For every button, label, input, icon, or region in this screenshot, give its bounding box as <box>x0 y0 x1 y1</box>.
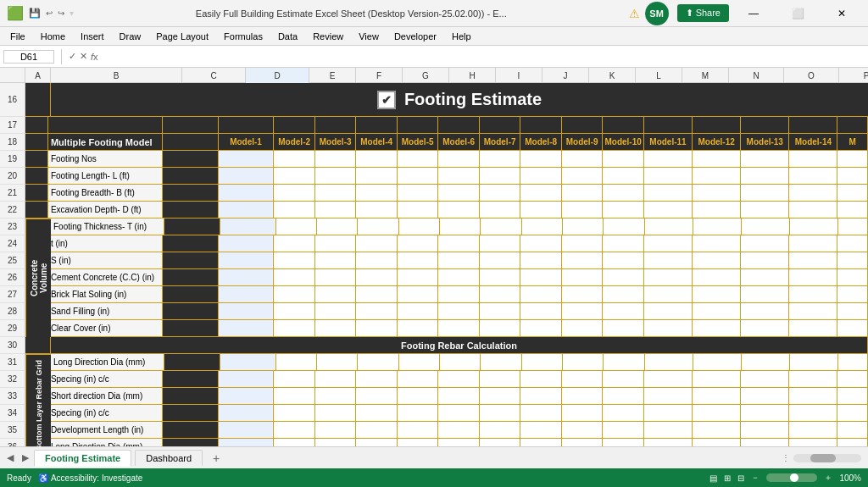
cell-e18[interactable]: Model-2 <box>274 134 315 151</box>
cell-k32[interactable] <box>520 371 562 388</box>
cell-m22[interactable] <box>603 202 644 219</box>
cell-m34[interactable] <box>603 405 644 422</box>
cell-i20[interactable] <box>438 168 480 185</box>
cell-b19[interactable]: Footing Nos <box>48 151 163 168</box>
cell-r22[interactable] <box>837 202 868 219</box>
view-layout-icon[interactable]: ⊞ <box>724 473 731 483</box>
cell-i26[interactable] <box>438 269 480 286</box>
tab-data[interactable]: Data <box>271 30 304 43</box>
cell-o29[interactable] <box>693 320 741 337</box>
cell-d25[interactable] <box>219 252 275 269</box>
cell-g23[interactable] <box>358 219 398 235</box>
cell-g22[interactable] <box>356 202 398 219</box>
cell-p27[interactable] <box>741 286 789 303</box>
cell-e19[interactable] <box>274 151 315 168</box>
cell-m28[interactable] <box>603 303 644 320</box>
cell-k33[interactable] <box>520 388 562 405</box>
cell-f20[interactable] <box>315 168 357 185</box>
cell-o28[interactable] <box>693 303 741 320</box>
cell-j26[interactable] <box>480 269 521 286</box>
cell-q35[interactable] <box>789 422 837 439</box>
cell-d23[interactable] <box>220 219 276 235</box>
cell-l26[interactable] <box>562 269 604 286</box>
cell-h35[interactable] <box>398 422 439 439</box>
cell-h29[interactable] <box>398 320 439 337</box>
cell-i28[interactable] <box>438 303 480 320</box>
tab-developer[interactable]: Developer <box>387 30 443 43</box>
cell-j28[interactable] <box>480 303 521 320</box>
cell-q19[interactable] <box>789 151 837 168</box>
cell-r26[interactable] <box>837 269 868 286</box>
cell-g18[interactable]: Model-4 <box>356 134 398 151</box>
cancel-icon[interactable]: ✕ <box>80 51 87 62</box>
cell-r29[interactable] <box>837 320 868 337</box>
cell-n36[interactable] <box>644 439 693 446</box>
cell-k26[interactable] <box>520 269 562 286</box>
cell-l19[interactable] <box>562 151 604 168</box>
cell-p32[interactable] <box>741 371 789 388</box>
cell-n35[interactable] <box>644 422 693 439</box>
tab-review[interactable]: Review <box>306 30 350 43</box>
cell-q36[interactable] <box>789 439 837 446</box>
cell-e25[interactable] <box>274 252 315 269</box>
cell-i29[interactable] <box>438 320 480 337</box>
cell-b21[interactable]: Footing Breadth- B (ft) <box>48 185 163 202</box>
cell-c19[interactable] <box>163 151 219 168</box>
cell-b27[interactable]: Brick Flat Soling (in) <box>48 286 163 303</box>
cell-o20[interactable] <box>693 168 741 185</box>
cell-b36[interactable]: Long Direction Dia (mm) <box>48 439 163 446</box>
cell-b29[interactable]: Clear Cover (in) <box>48 320 163 337</box>
add-sheet-button[interactable]: + <box>206 449 226 468</box>
cell-m32[interactable] <box>603 371 644 388</box>
minimize-button[interactable]: — <box>734 0 773 27</box>
cell-e34[interactable] <box>274 405 315 422</box>
cell-l25[interactable] <box>562 252 604 269</box>
close-button[interactable]: ✕ <box>822 0 861 27</box>
cell-m20[interactable] <box>603 168 644 185</box>
profile-button[interactable]: SM <box>645 2 669 25</box>
cell-h32[interactable] <box>398 371 439 388</box>
cell-c36[interactable] <box>163 439 219 446</box>
cell-o34[interactable] <box>693 405 741 422</box>
cell-m25[interactable] <box>603 252 644 269</box>
cell-k21[interactable] <box>520 185 562 202</box>
cell-q27[interactable] <box>789 286 837 303</box>
cell-e33[interactable] <box>274 388 315 405</box>
cell-l24[interactable] <box>562 235 604 252</box>
cell-c23[interactable] <box>164 219 220 235</box>
cell-j36[interactable] <box>480 439 521 446</box>
cell-q28[interactable] <box>789 303 837 320</box>
cell-r32[interactable] <box>837 371 868 388</box>
cell-g26[interactable] <box>356 269 398 286</box>
cell-h34[interactable] <box>398 405 439 422</box>
cell-c20[interactable] <box>163 168 219 185</box>
cell-l35[interactable] <box>562 422 604 439</box>
cell-j24[interactable] <box>480 235 521 252</box>
cell-f21[interactable] <box>315 185 357 202</box>
cell-g34[interactable] <box>356 405 398 422</box>
cell-j19[interactable] <box>480 151 521 168</box>
cell-j33[interactable] <box>480 388 521 405</box>
cell-m36[interactable] <box>603 439 644 446</box>
cell-o36[interactable] <box>693 439 741 446</box>
cell-k22[interactable] <box>520 202 562 219</box>
cell-q18[interactable]: Model-14 <box>789 134 837 151</box>
cell-k23[interactable] <box>522 219 563 235</box>
cell-m27[interactable] <box>603 286 644 303</box>
cell-p19[interactable] <box>741 151 789 168</box>
cell-k35[interactable] <box>520 422 562 439</box>
cell-n23[interactable] <box>645 219 693 235</box>
cell-m26[interactable] <box>603 269 644 286</box>
cell-c18[interactable] <box>163 134 219 151</box>
cell-p18[interactable]: Model-13 <box>741 134 789 151</box>
cell-q31[interactable] <box>790 354 838 371</box>
cell-k25[interactable] <box>520 252 562 269</box>
cell-c31[interactable] <box>164 354 220 371</box>
cell-g36[interactable] <box>356 439 398 446</box>
tab-formulas[interactable]: Formulas <box>217 30 270 43</box>
cell-p20[interactable] <box>741 168 789 185</box>
cell-c32[interactable] <box>163 371 219 388</box>
cell-d32[interactable] <box>219 371 275 388</box>
cell-h28[interactable] <box>398 303 439 320</box>
cell-r21[interactable] <box>837 185 868 202</box>
